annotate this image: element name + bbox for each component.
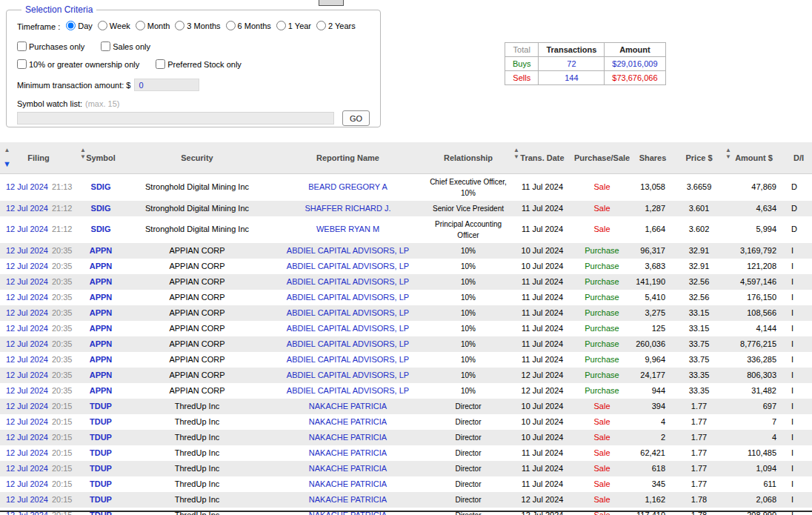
reporting-name-link[interactable]: ABDIEL CAPITAL ADVISORS, LP — [287, 386, 409, 395]
reporting-name-link[interactable]: NAKACHE PATRICIA — [309, 464, 387, 473]
symbol-link[interactable]: TDUP — [90, 402, 112, 411]
column-header-reporting-name[interactable]: Reporting Name — [270, 142, 426, 173]
timeframe-option[interactable]: 3 Months — [175, 21, 220, 30]
reporting-name-link[interactable]: ABDIEL CAPITAL ADVISORS, LP — [287, 339, 409, 348]
sort-down-icon[interactable]: ▼ — [513, 153, 519, 160]
watchlist-input[interactable] — [17, 112, 334, 124]
column-header-filing[interactable]: ▲▼ Filing — [0, 142, 77, 173]
filing-date-link[interactable]: 12 Jul 2024 — [6, 225, 48, 233]
timeframe-option[interactable]: 6 Months — [226, 21, 271, 30]
reporting-name-link[interactable]: WEBER RYAN M — [316, 225, 379, 233]
filing-date-link[interactable]: 12 Jul 2024 — [6, 293, 48, 302]
sort-control-amount[interactable]: ▲▼ — [725, 147, 731, 160]
timeframe-radio[interactable] — [66, 21, 76, 30]
symbol-link[interactable]: SDIG — [91, 225, 111, 233]
column-header-shares[interactable]: Shares — [630, 142, 676, 173]
reporting-name-link[interactable]: BEARD GREGORY A — [308, 182, 387, 191]
filing-date-link[interactable]: 12 Jul 2024 — [6, 277, 48, 286]
reporting-name-link[interactable]: NAKACHE PATRICIA — [309, 402, 387, 411]
column-header-purchase-sale[interactable]: Purchase/Sale — [574, 142, 630, 173]
symbol-link[interactable]: SDIG — [91, 182, 111, 191]
filter-checkbox-option[interactable]: Purchases only — [17, 41, 84, 51]
filing-date-link[interactable]: 12 Jul 2024 — [6, 371, 48, 379]
reporting-name-link[interactable]: ABDIEL CAPITAL ADVISORS, LP — [287, 308, 409, 317]
reporting-name-link[interactable]: ABDIEL CAPITAL ADVISORS, LP — [287, 246, 409, 255]
symbol-link[interactable]: APPN — [90, 277, 113, 286]
timeframe-option[interactable]: 1 Year — [276, 21, 311, 30]
column-header-price[interactable]: Price $ — [676, 142, 722, 173]
symbol-link[interactable]: APPN — [90, 371, 113, 379]
sort-up-icon[interactable]: ▲ — [725, 147, 731, 153]
column-header-trans-date[interactable]: ▲▼ Trans. Date — [510, 142, 574, 173]
reporting-name-link[interactable]: NAKACHE PATRICIA — [309, 495, 387, 504]
filing-date-link[interactable]: 12 Jul 2024 — [6, 433, 48, 442]
filing-date-link[interactable]: 12 Jul 2024 — [6, 324, 48, 333]
timeframe-option[interactable]: 2 Years — [316, 21, 356, 30]
timeframe-option[interactable]: Week — [98, 21, 130, 30]
symbol-link[interactable]: TDUP — [90, 448, 112, 457]
filing-date-link[interactable]: 12 Jul 2024 — [6, 204, 48, 213]
reporting-name-link[interactable]: ABDIEL CAPITAL ADVISORS, LP — [287, 324, 409, 333]
filing-date-link[interactable]: 12 Jul 2024 — [6, 402, 48, 411]
filing-date-link[interactable]: 12 Jul 2024 — [6, 386, 48, 395]
filing-date-link[interactable]: 12 Jul 2024 — [6, 355, 48, 364]
symbol-link[interactable]: TDUP — [90, 433, 112, 442]
sort-control-filing[interactable]: ▲▼ — [3, 147, 11, 168]
timeframe-radio[interactable] — [175, 21, 184, 30]
filing-date-link[interactable]: 12 Jul 2024 — [6, 448, 48, 457]
symbol-link[interactable]: APPN — [90, 246, 113, 255]
timeframe-radio[interactable] — [226, 21, 236, 30]
filing-date-link[interactable]: 12 Jul 2024 — [6, 262, 48, 270]
filter-checkbox-option[interactable]: 10% or greater ownership only — [17, 59, 139, 69]
column-header-security[interactable]: Security — [124, 142, 270, 173]
symbol-link[interactable]: APPN — [90, 324, 113, 333]
filter-checkbox[interactable] — [101, 41, 110, 51]
sort-control-symbol[interactable]: ▲▼ — [80, 147, 86, 160]
filter-checkbox[interactable] — [17, 41, 27, 51]
symbol-link[interactable]: APPN — [90, 386, 113, 395]
reporting-name-link[interactable]: NAKACHE PATRICIA — [309, 433, 387, 442]
reporting-name-link[interactable]: ABDIEL CAPITAL ADVISORS, LP — [287, 293, 409, 302]
symbol-link[interactable]: TDUP — [90, 464, 112, 473]
sort-down-icon[interactable]: ▼ — [3, 160, 11, 168]
reporting-name-link[interactable]: ABDIEL CAPITAL ADVISORS, LP — [287, 262, 409, 270]
symbol-link[interactable]: APPN — [90, 308, 113, 317]
filing-date-link[interactable]: 12 Jul 2024 — [6, 495, 48, 504]
filing-date-link[interactable]: 12 Jul 2024 — [6, 479, 48, 488]
filing-date-link[interactable]: 12 Jul 2024 — [6, 246, 48, 255]
min-amount-input[interactable] — [134, 79, 199, 91]
symbol-link[interactable]: SDIG — [91, 204, 111, 213]
filing-date-link[interactable]: 12 Jul 2024 — [6, 308, 48, 317]
column-header-amount[interactable]: ▲▼ Amount $ — [722, 142, 785, 173]
sort-up-icon[interactable]: ▲ — [80, 147, 86, 153]
symbol-link[interactable]: APPN — [90, 262, 113, 270]
filing-date-link[interactable]: 12 Jul 2024 — [6, 182, 48, 191]
symbol-link[interactable]: APPN — [90, 293, 113, 302]
filing-date-link[interactable]: 12 Jul 2024 — [6, 339, 48, 348]
filter-checkbox-option[interactable]: Preferred Stock only — [156, 59, 242, 69]
reporting-name-link[interactable]: NAKACHE PATRICIA — [309, 479, 387, 488]
symbol-link[interactable]: TDUP — [90, 479, 112, 488]
symbol-link[interactable]: APPN — [90, 339, 113, 348]
timeframe-radio[interactable] — [316, 21, 326, 30]
column-header-relationship[interactable]: Relationship — [426, 142, 510, 173]
sort-up-icon[interactable]: ▲ — [513, 147, 519, 153]
reporting-name-link[interactable]: NAKACHE PATRICIA — [309, 417, 387, 426]
sort-down-icon[interactable]: ▼ — [725, 153, 731, 160]
timeframe-radio[interactable] — [136, 21, 145, 30]
timeframe-option[interactable]: Month — [136, 21, 170, 30]
reporting-name-link[interactable]: ABDIEL CAPITAL ADVISORS, LP — [287, 277, 409, 286]
go-button[interactable]: GO — [342, 110, 370, 126]
sort-down-icon[interactable]: ▼ — [80, 153, 86, 160]
reporting-name-link[interactable]: ABDIEL CAPITAL ADVISORS, LP — [287, 355, 409, 364]
symbol-link[interactable]: APPN — [90, 355, 113, 364]
column-header-symbol[interactable]: ▲▼ Symbol — [77, 142, 124, 173]
symbol-link[interactable]: TDUP — [90, 495, 112, 504]
reporting-name-link[interactable]: ABDIEL CAPITAL ADVISORS, LP — [287, 371, 409, 379]
reporting-name-link[interactable]: NAKACHE PATRICIA — [309, 448, 387, 457]
column-header-di[interactable]: D/I — [785, 142, 812, 173]
symbol-link[interactable]: TDUP — [90, 417, 112, 426]
timeframe-option[interactable]: Day — [66, 21, 93, 30]
sort-up-icon[interactable]: ▲ — [4, 147, 10, 153]
filing-date-link[interactable]: 12 Jul 2024 — [6, 417, 48, 426]
